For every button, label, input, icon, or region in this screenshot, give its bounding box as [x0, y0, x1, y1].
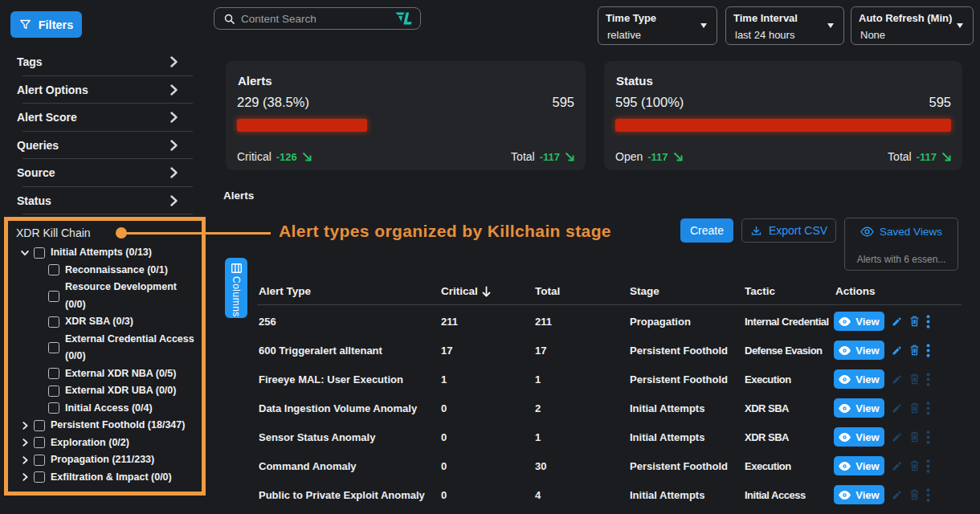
tree-checkbox[interactable] — [48, 386, 59, 397]
killchain-tree-item[interactable]: Propagation (211/233) — [8, 451, 202, 469]
columns-button-label: Columns — [231, 276, 242, 317]
delete-trash-icon[interactable] — [909, 316, 920, 327]
cell-alert-type: 600 Triggeralert alltenant — [257, 345, 439, 357]
edit-pencil-icon[interactable] — [892, 432, 902, 443]
killchain-tree-item[interactable]: Persistent Foothold (18/347) — [8, 417, 202, 434]
tree-checkbox[interactable] — [48, 342, 59, 353]
time-interval-dropdown[interactable]: Time Interval last 24 hours — [725, 6, 844, 45]
more-vertical-dots-icon[interactable] — [926, 402, 930, 415]
view-button[interactable]: View — [834, 427, 884, 447]
cell-alert-type: Command Anomaly — [257, 460, 439, 472]
killchain-tree-item[interactable]: External Credential Access (0/0) — [8, 331, 202, 365]
tree-checkbox[interactable] — [34, 437, 45, 448]
sidebar-item-queries[interactable]: Queries — [0, 132, 193, 160]
tree-caret-right-icon[interactable] — [19, 420, 30, 430]
sidebar-item-source[interactable]: Source — [0, 159, 193, 187]
tree-checkbox[interactable] — [48, 291, 59, 302]
sidebar-menu-item-label: Tags — [17, 55, 43, 68]
killchain-tree-item[interactable]: Exploration (0/2) — [8, 434, 202, 452]
auto-refresh-dropdown[interactable]: Auto Refresh (Min) None — [851, 6, 974, 45]
delete-trash-icon[interactable] — [909, 402, 920, 414]
tree-checkbox[interactable] — [34, 420, 45, 431]
delete-trash-icon[interactable] — [909, 460, 920, 471]
header-alert-type[interactable]: Alert Type — [257, 285, 439, 297]
killchain-tree-item[interactable]: External XDR UBA (0/0) — [8, 382, 202, 400]
trend-down-right-icon — [565, 152, 574, 161]
killchain-tree-item[interactable]: Initial Attempts (0/13) — [8, 244, 202, 262]
killchain-tree-item[interactable]: External XDR NBA (0/5) — [8, 365, 202, 383]
view-button[interactable]: View — [834, 398, 884, 418]
edit-pencil-icon[interactable] — [892, 490, 902, 500]
edit-pencil-icon[interactable] — [892, 403, 902, 414]
eye-icon — [839, 404, 851, 413]
sidebar-item-alert-options[interactable]: Alert Options — [0, 76, 193, 104]
tree-checkbox[interactable] — [34, 455, 45, 466]
more-vertical-dots-icon[interactable] — [926, 373, 930, 386]
tree-checkbox[interactable] — [34, 247, 45, 259]
cell-tactic: Internal Credential — [743, 316, 834, 328]
delete-trash-icon[interactable] — [909, 373, 920, 385]
columns-button[interactable]: Columns — [225, 258, 247, 318]
cell-actions: View — [834, 427, 962, 447]
time-type-dropdown[interactable]: Time Type relative — [598, 6, 717, 45]
tree-checkbox[interactable] — [48, 368, 59, 379]
tree-checkbox[interactable] — [48, 316, 59, 328]
more-vertical-dots-icon[interactable] — [926, 430, 930, 444]
cell-critical: 211 — [439, 316, 533, 328]
killchain-tree-item[interactable]: Reconnaissance (0/1) — [8, 262, 202, 279]
trend-down-right-icon — [941, 152, 951, 161]
tree-item-label: Resource Development (0/0) — [65, 279, 198, 313]
cell-critical: 17 — [439, 345, 533, 357]
filters-button[interactable]: Filters — [10, 11, 82, 38]
chevron-right-icon — [170, 195, 178, 206]
cell-stage: Initial Attempts — [628, 402, 743, 414]
edit-pencil-icon[interactable] — [892, 316, 902, 327]
header-total[interactable]: Total — [533, 285, 628, 297]
view-button[interactable]: View — [834, 369, 884, 389]
chevron-right-icon — [170, 84, 178, 96]
tree-item-label: Initial Attempts (0/13) — [51, 244, 152, 262]
header-tactic[interactable]: Tactic — [743, 285, 834, 297]
edit-pencil-icon[interactable] — [892, 461, 902, 471]
cell-actions: View — [834, 312, 962, 331]
alerts-stat-card: Alerts 229 (38.5%) 595 Critical -126 Tot… — [226, 61, 586, 170]
killchain-tree-item[interactable]: Initial Access (0/4) — [8, 400, 202, 418]
saved-views-panel[interactable]: Saved Views Alerts with 6 essen... — [844, 218, 958, 271]
more-vertical-dots-icon[interactable] — [926, 315, 930, 328]
edit-pencil-icon[interactable] — [892, 374, 902, 385]
table-row: Public to Private Exploit Anomaly 0 4 In… — [257, 480, 962, 509]
cell-stage: Persistent Foothold — [628, 460, 743, 472]
header-critical[interactable]: Critical — [439, 285, 533, 297]
sidebar-item-tags[interactable]: Tags — [0, 48, 193, 76]
view-button[interactable]: View — [834, 456, 884, 475]
tree-checkbox[interactable] — [34, 471, 45, 483]
sidebar-item-alert-score[interactable]: Alert Score — [0, 104, 193, 132]
export-csv-button[interactable]: Export CSV — [741, 218, 836, 243]
tree-checkbox[interactable] — [48, 402, 59, 414]
delete-trash-icon[interactable] — [909, 345, 920, 356]
content-search-input[interactable] — [241, 13, 395, 25]
tree-caret-right-icon[interactable] — [19, 472, 30, 483]
sidebar-item-status[interactable]: Status — [0, 187, 193, 215]
tree-checkbox[interactable] — [48, 264, 59, 275]
view-button-label: View — [855, 373, 879, 386]
view-button[interactable]: View — [834, 312, 884, 331]
delete-trash-icon[interactable] — [909, 489, 920, 500]
more-vertical-dots-icon[interactable] — [926, 459, 930, 473]
tree-caret-down-icon[interactable] — [19, 247, 30, 258]
view-button[interactable]: View — [834, 341, 884, 360]
tree-item-label: Propagation (211/233) — [51, 451, 154, 469]
tree-caret-right-icon[interactable] — [19, 438, 30, 448]
tree-caret-right-icon[interactable] — [19, 455, 30, 465]
header-stage[interactable]: Stage — [628, 285, 743, 297]
create-button[interactable]: Create — [680, 218, 733, 243]
more-vertical-dots-icon[interactable] — [926, 344, 930, 357]
delete-trash-icon[interactable] — [909, 431, 920, 443]
cell-alert-type: Public to Private Exploit Anomaly — [257, 489, 439, 501]
edit-pencil-icon[interactable] — [892, 345, 902, 356]
killchain-tree-item[interactable]: Resource Development (0/0) — [8, 279, 202, 313]
killchain-tree-item[interactable]: XDR SBA (0/3) — [8, 313, 202, 331]
more-vertical-dots-icon[interactable] — [926, 488, 930, 502]
killchain-tree-item[interactable]: Exfiltration & Impact (0/0) — [8, 469, 202, 487]
view-button[interactable]: View — [834, 485, 884, 504]
